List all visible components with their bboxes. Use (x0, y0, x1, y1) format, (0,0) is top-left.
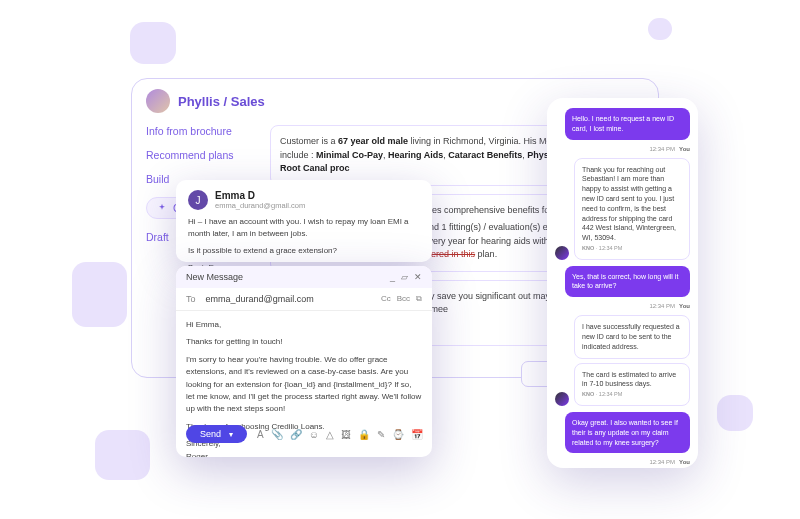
bg-decor (130, 22, 176, 64)
chat-msg-agent: The card is estimated to arrive in 7-10 … (574, 363, 690, 406)
drive-icon[interactable]: △ (326, 429, 334, 440)
sender-name: Emma D (215, 190, 305, 201)
chat-msg-agent-row: I have successfully requested a new ID c… (555, 315, 690, 406)
sender-avatar: J (188, 190, 208, 210)
send-caret-icon[interactable]: ▾ (229, 430, 233, 439)
bcc-toggle[interactable]: Bcc (397, 294, 410, 304)
to-label: To (186, 294, 196, 304)
bg-decor (72, 262, 127, 327)
user-avatar (146, 89, 170, 113)
to-value[interactable]: emma_durand@gmail.com (206, 294, 314, 304)
chat-panel: Hello. I need to request a new ID card, … (547, 98, 698, 468)
chat-msg-agent: Thank you for reaching out Sebastian! I … (574, 158, 690, 260)
compose-header[interactable]: New Message _ ▱ ✕ (176, 266, 432, 288)
link-icon[interactable]: 🔗 (290, 429, 302, 440)
compose-title: New Message (186, 272, 243, 282)
sales-title: Phyllis / Sales (178, 94, 265, 109)
close-icon[interactable]: ✕ (414, 272, 422, 282)
agent-avatar (555, 392, 569, 406)
send-button[interactable]: Send▾ (186, 425, 247, 443)
sidebar-item-recommend[interactable]: Recommend plans (146, 149, 261, 161)
format-icon[interactable]: A (257, 429, 264, 440)
bg-decor (717, 395, 753, 431)
lock-icon[interactable]: 🔒 (358, 429, 370, 440)
chat-msg-agent: I have successfully requested a new ID c… (574, 315, 690, 358)
attach-icon[interactable]: 📎 (271, 429, 283, 440)
expand-icon[interactable]: ▱ (401, 272, 408, 282)
schedule-icon[interactable]: ⌚ (392, 429, 404, 440)
compose-body[interactable]: Hi Emma, Thanks for getting in touch! I'… (176, 311, 432, 419)
sender-email: emma_durand@gmail.com (215, 201, 305, 210)
emoji-icon[interactable]: ☺ (309, 429, 319, 440)
compose-to-row: Toemma_durand@gmail.com Cc Bcc ⧉ (176, 288, 432, 311)
chat-msg-user: Hello. I need to request a new ID card, … (565, 108, 690, 140)
bg-decor (95, 430, 150, 480)
contacts-icon[interactable]: ⧉ (416, 294, 422, 304)
chat-msg-user: Okay great. I also wanted to see if thei… (565, 412, 690, 453)
cc-toggle[interactable]: Cc (381, 294, 391, 304)
calendar-icon[interactable]: 📅 (411, 429, 423, 440)
pen-icon[interactable]: ✎ (377, 429, 385, 440)
chat-msg-user: Yes, that is correct, how long will it t… (565, 266, 690, 298)
sidebar-item-brochure[interactable]: Info from brochure (146, 125, 261, 137)
sparkle-icon (157, 203, 167, 213)
incoming-email-card: J Emma D emma_durand@gmail.com Hi – I ha… (176, 180, 432, 262)
bg-decor (648, 18, 672, 40)
compose-window: New Message _ ▱ ✕ Toemma_durand@gmail.co… (176, 266, 432, 457)
image-icon[interactable]: 🖼 (341, 429, 351, 440)
chat-msg-agent-row: Thank you for reaching out Sebastian! I … (555, 158, 690, 260)
minimize-icon[interactable]: _ (390, 272, 395, 282)
agent-avatar (555, 246, 569, 260)
